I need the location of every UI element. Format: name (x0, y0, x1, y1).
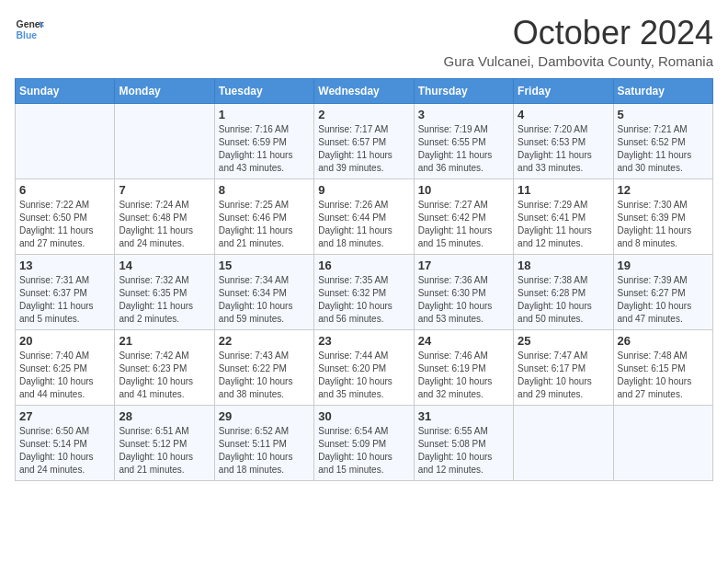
day-info: Sunrise: 7:30 AMSunset: 6:39 PMDaylight:… (618, 199, 709, 250)
day-info: Sunrise: 7:34 AMSunset: 6:34 PMDaylight:… (219, 274, 310, 326)
location-title: Gura Vulcanei, Dambovita County, Romania (444, 53, 713, 69)
day-number: 11 (518, 183, 609, 197)
day-number: 8 (219, 183, 310, 197)
calendar-cell: 6Sunrise: 7:22 AMSunset: 6:50 PMDaylight… (16, 178, 115, 254)
calendar-cell: 16Sunrise: 7:35 AMSunset: 6:32 PMDayligh… (314, 254, 414, 329)
day-number: 13 (19, 259, 110, 272)
day-of-week-header: Monday (115, 78, 214, 103)
calendar-cell: 4Sunrise: 7:20 AMSunset: 6:53 PMDaylight… (514, 103, 613, 178)
calendar-cell: 10Sunrise: 7:27 AMSunset: 6:42 PMDayligh… (414, 178, 513, 254)
day-of-week-header: Sunday (16, 78, 115, 103)
day-of-week-header: Saturday (613, 78, 712, 103)
day-info: Sunrise: 7:26 AMSunset: 6:44 PMDaylight:… (318, 199, 409, 250)
day-info: Sunrise: 7:35 AMSunset: 6:32 PMDaylight:… (318, 274, 409, 326)
day-of-week-header: Wednesday (314, 78, 414, 103)
calendar-cell: 18Sunrise: 7:38 AMSunset: 6:28 PMDayligh… (514, 254, 613, 329)
calendar-cell (613, 405, 712, 480)
day-info: Sunrise: 7:27 AMSunset: 6:42 PMDaylight:… (418, 199, 509, 250)
logo: General Blue (15, 15, 44, 44)
logo-icon: General Blue (15, 15, 44, 44)
calendar-table: SundayMondayTuesdayWednesdayThursdayFrid… (15, 78, 713, 481)
day-number: 12 (618, 183, 709, 197)
day-number: 22 (219, 334, 310, 348)
day-of-week-header: Thursday (414, 78, 513, 103)
calendar-cell: 26Sunrise: 7:48 AMSunset: 6:15 PMDayligh… (613, 329, 712, 405)
calendar-cell: 17Sunrise: 7:36 AMSunset: 6:30 PMDayligh… (414, 254, 513, 329)
calendar-cell: 23Sunrise: 7:44 AMSunset: 6:20 PMDayligh… (314, 329, 414, 405)
calendar-cell: 30Sunrise: 6:54 AMSunset: 5:09 PMDayligh… (314, 405, 414, 480)
day-info: Sunrise: 7:20 AMSunset: 6:53 PMDaylight:… (518, 123, 609, 175)
calendar-cell: 2Sunrise: 7:17 AMSunset: 6:57 PMDaylight… (314, 103, 414, 178)
day-info: Sunrise: 7:22 AMSunset: 6:50 PMDaylight:… (19, 199, 110, 250)
day-of-week-header: Friday (514, 78, 613, 103)
day-info: Sunrise: 6:50 AMSunset: 5:14 PMDaylight:… (19, 425, 110, 477)
day-number: 28 (119, 409, 210, 423)
calendar-cell (514, 405, 613, 480)
calendar-week-row: 20Sunrise: 7:40 AMSunset: 6:25 PMDayligh… (16, 329, 713, 405)
day-info: Sunrise: 7:21 AMSunset: 6:52 PMDaylight:… (618, 123, 709, 175)
calendar-cell: 20Sunrise: 7:40 AMSunset: 6:25 PMDayligh… (16, 329, 115, 405)
calendar-week-row: 27Sunrise: 6:50 AMSunset: 5:14 PMDayligh… (16, 405, 713, 480)
day-number: 5 (618, 108, 709, 121)
calendar-cell: 14Sunrise: 7:32 AMSunset: 6:35 PMDayligh… (115, 254, 214, 329)
day-info: Sunrise: 7:16 AMSunset: 6:59 PMDaylight:… (219, 123, 310, 175)
calendar-cell: 15Sunrise: 7:34 AMSunset: 6:34 PMDayligh… (214, 254, 313, 329)
day-number: 2 (318, 108, 409, 121)
day-number: 1 (219, 108, 310, 121)
day-number: 27 (19, 409, 110, 423)
page-header: General Blue October 2024 Gura Vulcanei,… (15, 15, 713, 69)
calendar-week-row: 1Sunrise: 7:16 AMSunset: 6:59 PMDaylight… (16, 103, 713, 178)
day-info: Sunrise: 7:17 AMSunset: 6:57 PMDaylight:… (318, 123, 409, 175)
day-info: Sunrise: 7:42 AMSunset: 6:23 PMDaylight:… (119, 350, 210, 401)
day-info: Sunrise: 6:52 AMSunset: 5:11 PMDaylight:… (219, 425, 310, 477)
day-number: 21 (119, 334, 210, 348)
day-info: Sunrise: 7:19 AMSunset: 6:55 PMDaylight:… (418, 123, 509, 175)
day-info: Sunrise: 7:47 AMSunset: 6:17 PMDaylight:… (518, 350, 609, 401)
calendar-cell: 1Sunrise: 7:16 AMSunset: 6:59 PMDaylight… (214, 103, 313, 178)
calendar-cell: 21Sunrise: 7:42 AMSunset: 6:23 PMDayligh… (115, 329, 214, 405)
day-info: Sunrise: 7:32 AMSunset: 6:35 PMDaylight:… (119, 274, 210, 326)
calendar-week-row: 13Sunrise: 7:31 AMSunset: 6:37 PMDayligh… (16, 254, 713, 329)
day-info: Sunrise: 7:29 AMSunset: 6:41 PMDaylight:… (518, 199, 609, 250)
calendar-cell: 9Sunrise: 7:26 AMSunset: 6:44 PMDaylight… (314, 178, 414, 254)
day-number: 26 (618, 334, 709, 348)
day-number: 3 (418, 108, 509, 121)
day-info: Sunrise: 7:36 AMSunset: 6:30 PMDaylight:… (418, 274, 509, 326)
day-number: 14 (119, 259, 210, 272)
calendar-cell: 11Sunrise: 7:29 AMSunset: 6:41 PMDayligh… (514, 178, 613, 254)
day-number: 17 (418, 259, 509, 272)
calendar-cell: 31Sunrise: 6:55 AMSunset: 5:08 PMDayligh… (414, 405, 513, 480)
day-info: Sunrise: 6:55 AMSunset: 5:08 PMDaylight:… (418, 425, 509, 477)
day-number: 15 (219, 259, 310, 272)
calendar-cell: 5Sunrise: 7:21 AMSunset: 6:52 PMDaylight… (613, 103, 712, 178)
calendar-cell: 28Sunrise: 6:51 AMSunset: 5:12 PMDayligh… (115, 405, 214, 480)
day-info: Sunrise: 7:43 AMSunset: 6:22 PMDaylight:… (219, 350, 310, 401)
day-number: 31 (418, 409, 509, 423)
calendar-cell: 3Sunrise: 7:19 AMSunset: 6:55 PMDaylight… (414, 103, 513, 178)
day-number: 16 (318, 259, 409, 272)
day-number: 24 (418, 334, 509, 348)
day-info: Sunrise: 6:51 AMSunset: 5:12 PMDaylight:… (119, 425, 210, 477)
day-number: 18 (518, 259, 609, 272)
calendar-cell: 12Sunrise: 7:30 AMSunset: 6:39 PMDayligh… (613, 178, 712, 254)
calendar-header-row: SundayMondayTuesdayWednesdayThursdayFrid… (16, 78, 713, 103)
svg-text:Blue: Blue (17, 30, 38, 40)
day-number: 20 (19, 334, 110, 348)
calendar-cell (16, 103, 115, 178)
day-number: 19 (618, 259, 709, 272)
calendar-cell: 13Sunrise: 7:31 AMSunset: 6:37 PMDayligh… (16, 254, 115, 329)
calendar-cell: 27Sunrise: 6:50 AMSunset: 5:14 PMDayligh… (16, 405, 115, 480)
calendar-cell: 8Sunrise: 7:25 AMSunset: 6:46 PMDaylight… (214, 178, 313, 254)
day-info: Sunrise: 7:48 AMSunset: 6:15 PMDaylight:… (618, 350, 709, 401)
calendar-week-row: 6Sunrise: 7:22 AMSunset: 6:50 PMDaylight… (16, 178, 713, 254)
day-info: Sunrise: 7:46 AMSunset: 6:19 PMDaylight:… (418, 350, 509, 401)
calendar-cell: 22Sunrise: 7:43 AMSunset: 6:22 PMDayligh… (214, 329, 313, 405)
day-info: Sunrise: 7:38 AMSunset: 6:28 PMDaylight:… (518, 274, 609, 326)
title-block: October 2024 Gura Vulcanei, Dambovita Co… (444, 15, 713, 69)
day-info: Sunrise: 7:40 AMSunset: 6:25 PMDaylight:… (19, 350, 110, 401)
calendar-cell: 29Sunrise: 6:52 AMSunset: 5:11 PMDayligh… (214, 405, 313, 480)
day-info: Sunrise: 7:44 AMSunset: 6:20 PMDaylight:… (318, 350, 409, 401)
day-number: 29 (219, 409, 310, 423)
calendar-cell (115, 103, 214, 178)
calendar-cell: 7Sunrise: 7:24 AMSunset: 6:48 PMDaylight… (115, 178, 214, 254)
